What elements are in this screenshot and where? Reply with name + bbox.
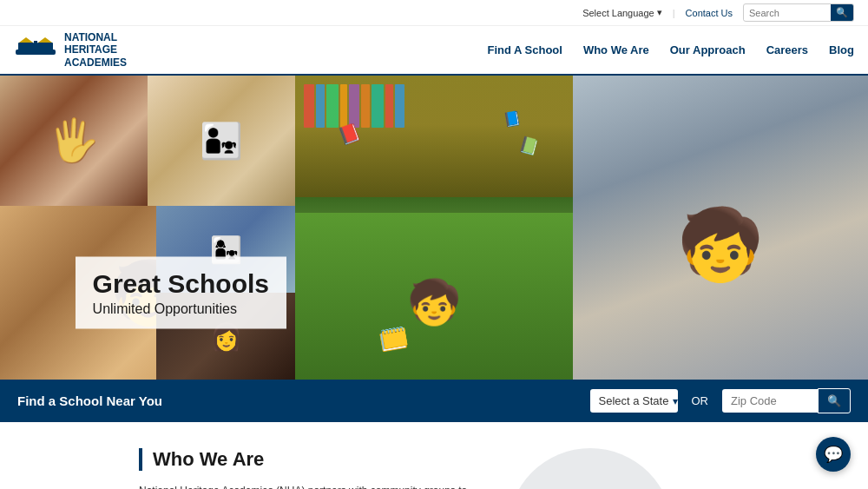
language-selector[interactable]: Select Language ▾ [582, 7, 662, 18]
svg-rect-2 [37, 43, 53, 53]
zip-search-button[interactable]: 🔍 [818, 388, 851, 413]
language-label: Select Language [582, 8, 654, 18]
hero-image-2: 👨‍👧 [148, 76, 295, 206]
nav-our-approach[interactable]: Our Approach [670, 43, 746, 56]
zip-input[interactable] [722, 389, 818, 413]
svg-rect-5 [34, 41, 37, 55]
who-we-are-body: National Heritage Academies (NHA) partne… [139, 483, 469, 489]
search-bar-top[interactable]: 🔍 [743, 3, 854, 22]
chat-bubble[interactable]: 💬 [816, 437, 851, 472]
nav-careers[interactable]: Careers [766, 43, 808, 56]
who-we-are-section: Who We Are National Heritage Academies (… [0, 422, 868, 489]
hero-title: Great Schools [93, 269, 269, 298]
school-search-bar: Find a School Near You Select a State Mi… [0, 380, 868, 422]
logo-icon [14, 34, 57, 67]
us-map-circle [508, 448, 673, 489]
or-label: OR [692, 394, 709, 407]
contact-us-link[interactable]: Contact Us [686, 8, 733, 18]
divider: | [673, 8, 675, 18]
logo-text: NATIONAL HERITAGE ACADEMIES [64, 31, 127, 69]
search-button-top[interactable]: 🔍 [831, 4, 853, 21]
zip-search-wrapper: 🔍 [722, 388, 851, 413]
us-map [516, 479, 664, 489]
hero-subtitle: Unlimited Opportunities [93, 301, 269, 317]
hero-section: 🖐 👨‍👧 📕 [0, 76, 868, 380]
who-we-are-title: Who We Are [139, 448, 469, 471]
state-select-wrapper[interactable]: Select a State Michigan Indiana Ohio Wis… [590, 389, 678, 413]
logo[interactable]: NATIONAL HERITAGE ACADEMIES [14, 31, 127, 69]
hero-image-1: 🖐 [0, 76, 148, 206]
search-bar-label: Find a School Near You [17, 393, 162, 408]
hero-image-5: 🧒 Great Schools Unlimited Opportunities … [0, 206, 295, 380]
main-nav: NATIONAL HERITAGE ACADEMIES Find A Schoo… [0, 26, 868, 76]
nav-who-we-are[interactable]: Who We Are [583, 43, 649, 56]
svg-marker-3 [19, 37, 33, 43]
chat-icon: 💬 [824, 445, 843, 464]
state-select[interactable]: Select a State Michigan Indiana Ohio Wis… [590, 389, 678, 413]
top-bar: Select Language ▾ | Contact Us 🔍 [0, 0, 868, 26]
hero-image-4: 🧒 [573, 76, 868, 380]
hero-text-overlay: Great Schools Unlimited Opportunities [76, 257, 286, 329]
hero-image-3: 📕 📗 📘 🧒 📒 [295, 76, 573, 380]
search-input[interactable] [744, 6, 831, 20]
map-container [503, 448, 677, 489]
svg-marker-4 [38, 37, 52, 43]
chevron-down-icon: ▾ [657, 7, 662, 18]
who-we-are-content: Who We Are National Heritage Academies (… [139, 448, 469, 489]
svg-rect-1 [18, 43, 34, 53]
nav-blog[interactable]: Blog [829, 43, 854, 56]
nav-find-school[interactable]: Find A School [487, 43, 562, 56]
